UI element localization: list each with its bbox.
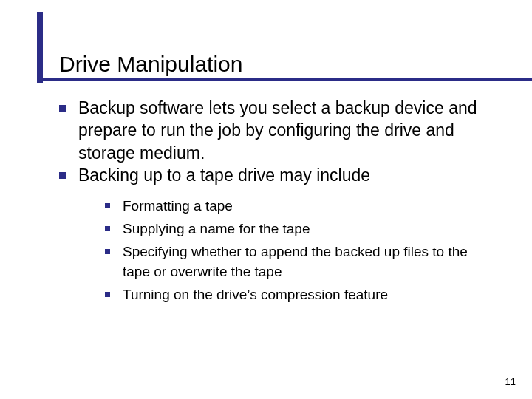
bullet-list: Backup software lets you select a backup… — [37, 97, 495, 305]
list-item: Formatting a tape — [105, 197, 495, 216]
list-item: Specifying whether to append the backed … — [105, 242, 495, 282]
bullet-text: Backup software lets you select a backup… — [78, 98, 477, 163]
title-accent-bar — [37, 12, 43, 83]
bullet-text: Formatting a tape — [123, 198, 233, 214]
list-item: Backing up to a tape drive may include F… — [59, 164, 495, 305]
list-item: Backup software lets you select a backup… — [59, 97, 495, 164]
bullet-text: Turning on the drive’s compression featu… — [123, 287, 388, 302]
page-number: 11 — [505, 376, 516, 387]
bullet-text: Supplying a name for the tape — [123, 221, 310, 236]
slide-title: Drive Manipulation — [59, 52, 495, 76]
slide: Drive Manipulation Backup software lets … — [0, 0, 532, 305]
title-block: Drive Manipulation — [37, 52, 495, 76]
list-item: Supplying a name for the tape — [105, 219, 495, 239]
sub-bullet-list: Formatting a tape Supplying a name for t… — [78, 197, 495, 305]
title-underline — [37, 78, 532, 81]
bullet-text: Specifying whether to append the backed … — [123, 244, 468, 279]
bullet-text: Backing up to a tape drive may include — [78, 166, 370, 185]
list-item: Turning on the drive’s compression featu… — [105, 285, 495, 305]
